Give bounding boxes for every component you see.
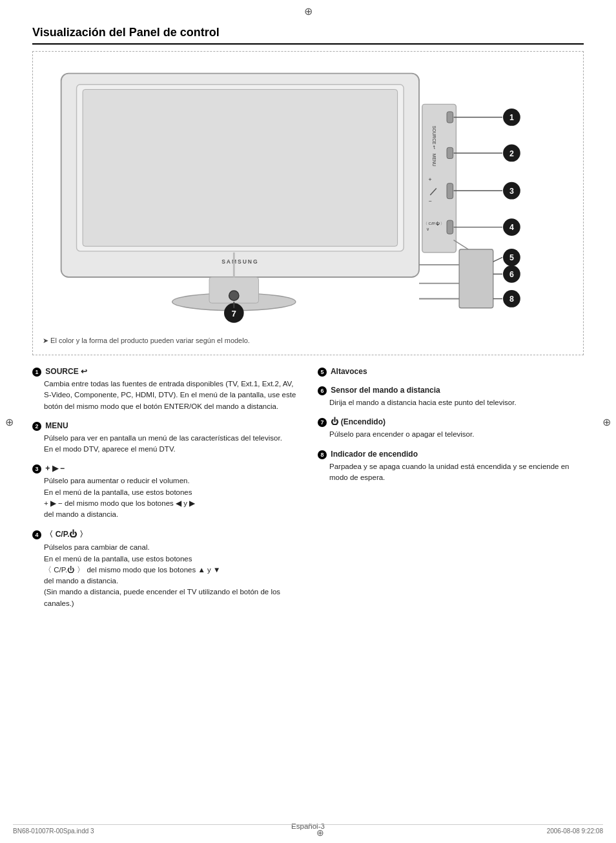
desc-title-3: 3 + ▶ −: [32, 464, 298, 474]
badge-2: 2: [32, 422, 41, 431]
left-column: 1 SOURCE ↩ Cambia entre todas las fuente…: [32, 367, 298, 618]
badge-7: 7: [318, 418, 327, 427]
color-note: El color y la forma del producto pueden …: [43, 337, 573, 345]
desc-title-7: 7 ⏻ (Encendido): [318, 417, 584, 427]
diagram-container: SAMSUNG SOURCE ↩ MENU + −: [32, 51, 584, 355]
desc-title-8: 8 Indicador de encendido: [318, 450, 584, 459]
desc-item-7: 7 ⏻ (Encendido) Púlselo para encender o …: [318, 417, 584, 440]
badge-1: 1: [32, 368, 41, 377]
svg-text:1: 1: [509, 113, 514, 122]
svg-text:2: 2: [509, 149, 514, 158]
desc-title-6: 6 Sensor del mando a distancia: [318, 386, 584, 395]
svg-text:4: 4: [509, 223, 514, 232]
desc-body-2: Púlselo para ver en pantalla un menú de …: [32, 433, 298, 455]
descriptions: 1 SOURCE ↩ Cambia entre todas las fuente…: [32, 367, 584, 618]
desc-body-8: Parpadea y se apaga cuando la unidad est…: [318, 461, 584, 484]
svg-rect-2: [83, 89, 397, 246]
badge-5: 5: [318, 368, 327, 377]
reg-mark-left: ⊕: [5, 415, 14, 428]
svg-rect-9: [447, 112, 453, 123]
badge-4: 4: [32, 530, 41, 539]
reg-mark-top: ⊕: [304, 5, 313, 17]
desc-title-1: 1 SOURCE ↩: [32, 367, 298, 377]
svg-rect-18: [447, 220, 453, 234]
desc-title-5: 5 Altavoces: [318, 367, 584, 377]
desc-item-5: 5 Altavoces: [318, 367, 584, 377]
svg-text:5: 5: [509, 253, 514, 262]
svg-text:3: 3: [509, 187, 514, 196]
svg-point-46: [229, 291, 239, 300]
desc-item-4: 4 〈 C/P.⏻ 〉 Púlselos para cambiar de can…: [32, 529, 298, 609]
main-content: Visualización del Panel de control SAMSU…: [32, 26, 584, 618]
footer-bottom: BN68-01007R-00Spa.indd 3 ⊕ 2006-08-08 9:…: [13, 824, 603, 838]
desc-item-6: 6 Sensor del mando a distancia Dirija el…: [318, 386, 584, 408]
svg-text:MENU: MENU: [432, 154, 436, 167]
desc-item-1: 1 SOURCE ↩ Cambia entre todas las fuente…: [32, 367, 298, 412]
svg-rect-31: [459, 249, 493, 308]
footer-left: BN68-01007R-00Spa.indd 3: [13, 827, 94, 838]
svg-text:−: −: [428, 198, 431, 204]
desc-body-7: Púlselo para encender o apagar el televi…: [318, 429, 584, 440]
svg-text:SAMSUNG: SAMSUNG: [221, 258, 258, 265]
svg-text:8: 8: [509, 295, 514, 304]
desc-title-4: 4 〈 C/P.⏻ 〉: [32, 529, 298, 540]
svg-text:+: +: [428, 176, 431, 183]
right-column: 5 Altavoces 6 Sensor del mando a distanc…: [318, 367, 584, 618]
svg-text:6: 6: [509, 270, 514, 279]
reg-mark-right: ⊕: [602, 415, 611, 428]
desc-body-3: Púlselo para aumentar o reducir el volum…: [32, 475, 298, 520]
svg-text:SOURCE ↩: SOURCE ↩: [432, 126, 436, 149]
desc-item-2: 2 MENU Púlselo para ver en pantalla un m…: [32, 421, 298, 455]
desc-title-2: 2 MENU: [32, 421, 298, 431]
tv-diagram: SAMSUNG SOURCE ↩ MENU + −: [43, 61, 573, 333]
svg-rect-11: [447, 147, 453, 158]
desc-item-8: 8 Indicador de encendido Parpadea y se a…: [318, 450, 584, 484]
desc-item-3: 3 + ▶ − Púlselo para aumentar o reducir …: [32, 464, 298, 520]
badge-8: 8: [318, 450, 327, 459]
badge-3: 3: [32, 464, 41, 474]
svg-rect-15: [447, 183, 453, 199]
footer-reg-mark: ⊕: [316, 827, 324, 838]
footer-right: 2006-08-08 9:22:08: [547, 827, 603, 838]
svg-text:〈 C/P.⏻ 〉: 〈 C/P.⏻ 〉: [424, 221, 445, 225]
svg-text:∨: ∨: [426, 227, 429, 231]
desc-body-4: Púlselos para cambiar de canal. En el me…: [32, 542, 298, 609]
desc-body-1: Cambia entre todas las fuentes de entrad…: [32, 379, 298, 412]
badge-6: 6: [318, 386, 327, 395]
svg-text:7: 7: [232, 309, 236, 318]
page-title: Visualización del Panel de control: [32, 26, 584, 45]
svg-line-37: [493, 257, 502, 262]
desc-body-6: Dirija el mando a distancia hacia este p…: [318, 397, 584, 408]
